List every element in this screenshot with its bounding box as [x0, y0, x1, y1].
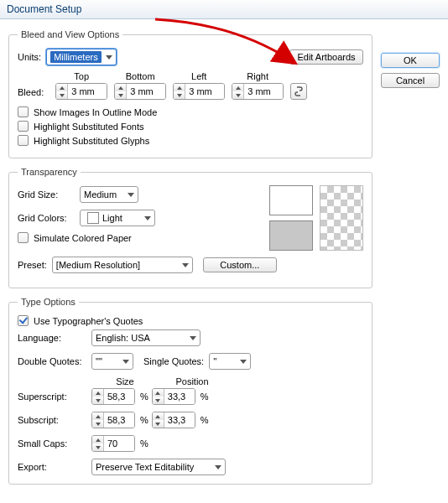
swatch-white[interactable] — [269, 185, 313, 215]
cancel-button[interactable]: Cancel — [381, 73, 440, 88]
outline-mode-label: Show Images In Outline Mode — [34, 107, 157, 117]
grid-colors-label: Grid Colors: — [18, 213, 75, 223]
bleed-group: Bleed and View Options Units: Millimeter… — [8, 29, 372, 158]
link-bleed-button[interactable] — [290, 83, 307, 100]
ok-button[interactable]: OK — [381, 53, 440, 68]
bleed-right-input[interactable] — [232, 83, 284, 100]
type-group: Type Options Use Typographer's Quotes La… — [8, 297, 372, 485]
link-icon — [294, 86, 303, 96]
subscript-pos-input[interactable] — [152, 412, 195, 428]
titlebar: Document Setup — [0, 0, 448, 19]
subscript-size-input[interactable] — [91, 412, 135, 428]
preset-select[interactable]: [Medium Resolution] — [52, 257, 193, 273]
transparency-group: Transparency Grid Size: Medium Grid Colo… — [8, 167, 372, 288]
bleed-bottom-input[interactable] — [114, 83, 166, 100]
export-select[interactable]: Preserve Text Editability — [91, 459, 226, 475]
highlight-glyphs-label: Highlight Substituted Glyphs — [34, 136, 149, 146]
highlight-fonts-label: Highlight Substituted Fonts — [34, 122, 143, 132]
type-legend: Type Options — [18, 297, 79, 307]
outline-mode-checkbox[interactable] — [18, 106, 29, 117]
color-chip-icon — [87, 212, 99, 224]
superscript-pos-input[interactable] — [152, 388, 195, 405]
size-header: Size — [91, 376, 159, 386]
stepper-up-icon[interactable] — [56, 84, 67, 91]
single-quotes-select[interactable]: '' — [209, 353, 251, 370]
preset-label: Preset: — [18, 260, 47, 270]
grid-size-select[interactable]: Medium — [80, 186, 138, 203]
units-label: Units: — [18, 52, 41, 62]
typographers-label: Use Typographer's Quotes — [34, 316, 143, 326]
smallcaps-label: Small Caps: — [18, 438, 91, 449]
chevron-down-icon — [144, 216, 151, 220]
bleed-top-input[interactable] — [55, 83, 107, 100]
language-select[interactable]: English: USA — [91, 329, 201, 346]
chevron-down-icon — [122, 360, 129, 364]
double-quotes-label: Double Quotes: — [18, 356, 91, 366]
highlight-glyphs-checkbox[interactable] — [18, 135, 29, 146]
bleed-right-label: Right — [247, 71, 268, 81]
chevron-down-icon — [182, 263, 189, 267]
chevron-down-icon — [240, 360, 247, 364]
superscript-label: Superscript: — [18, 392, 91, 402]
units-select[interactable]: Millimeters — [46, 49, 117, 65]
transparency-preview — [320, 185, 363, 251]
export-label: Export: — [18, 462, 91, 472]
bleed-top-label: Top — [74, 71, 89, 81]
chevron-down-icon — [190, 336, 196, 340]
highlight-fonts-checkbox[interactable] — [18, 121, 29, 132]
bleed-bottom-label: Bottom — [126, 71, 155, 81]
bleed-left-input[interactable] — [173, 83, 225, 100]
edit-artboards-button[interactable]: Edit Artboards — [289, 49, 363, 65]
transparency-legend: Transparency — [18, 167, 81, 177]
stepper-down-icon[interactable] — [56, 91, 67, 99]
bleed-label: Bleed: — [18, 87, 44, 97]
single-quotes-label: Single Quotes: — [143, 356, 204, 366]
simulate-paper-checkbox[interactable] — [18, 232, 29, 243]
chevron-down-icon — [128, 193, 134, 197]
bleed-left-label: Left — [191, 71, 206, 81]
superscript-size-input[interactable] — [91, 388, 135, 405]
chevron-down-icon — [106, 55, 112, 60]
custom-button[interactable]: Custom... — [203, 257, 277, 272]
grid-size-label: Grid Size: — [18, 189, 75, 200]
double-quotes-select[interactable]: "" — [91, 353, 133, 370]
smallcaps-input[interactable] — [91, 435, 135, 452]
language-label: Language: — [18, 333, 91, 343]
swatch-gray[interactable] — [269, 220, 313, 251]
grid-colors-select[interactable]: Light — [80, 210, 155, 226]
position-header: Position — [159, 376, 226, 386]
simulate-paper-label: Simulate Colored Paper — [34, 233, 132, 243]
bleed-legend: Bleed and View Options — [18, 29, 122, 39]
chevron-down-icon — [215, 465, 221, 469]
dialog-title: Document Setup — [7, 3, 81, 15]
subscript-label: Subscript: — [18, 415, 91, 425]
typographers-checkbox[interactable] — [18, 315, 29, 326]
